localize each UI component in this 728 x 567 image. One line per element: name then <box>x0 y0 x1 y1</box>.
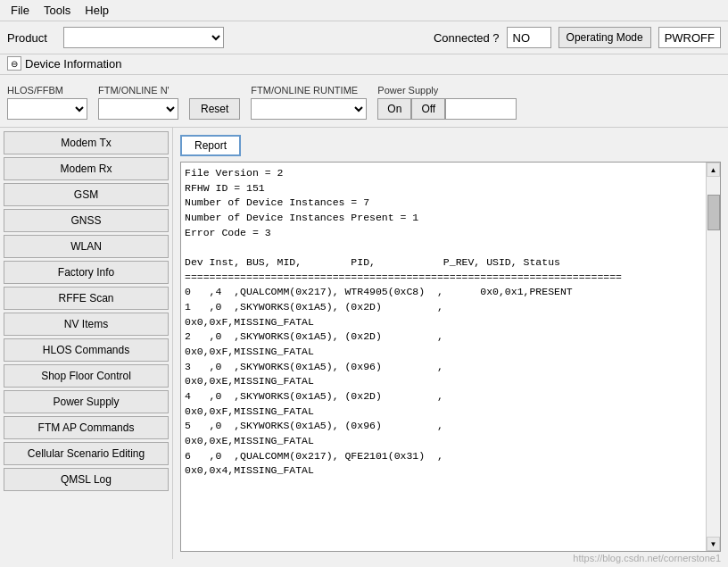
runtime-select[interactable] <box>251 98 367 120</box>
sidebar-gnss[interactable]: GNSS <box>4 209 169 232</box>
text-area-container: File Version = 2 RFHW ID = 151 Number of… <box>180 162 721 552</box>
menu-tools[interactable]: Tools <box>37 2 78 19</box>
scrollbar-thumb[interactable] <box>707 195 720 230</box>
sidebar-wlan[interactable]: WLAN <box>4 235 169 258</box>
power-supply-input[interactable] <box>445 98 517 120</box>
op-mode-value: PWROFF <box>658 27 721 48</box>
sidebar-hlos-commands[interactable]: HLOS Commands <box>4 338 169 362</box>
product-select[interactable] <box>63 27 224 48</box>
scrollbar-track: ▲ ▼ <box>706 163 720 551</box>
ftm-group: FTM/ONLINE N' <box>98 85 178 120</box>
sidebar-ftm-ap-commands[interactable]: FTM AP Commands <box>4 416 169 439</box>
collapse-button[interactable]: ⊖ <box>7 56 21 71</box>
scroll-up-arrow[interactable]: ▲ <box>707 163 720 177</box>
sidebar-gsm[interactable]: GSM <box>4 183 169 206</box>
right-panel: Report File Version = 2 RFHW ID = 151 Nu… <box>173 128 728 559</box>
connected-value: NO <box>507 27 551 48</box>
sidebar-modem-tx[interactable]: Modem Tx <box>4 131 169 154</box>
sidebar-modem-rx[interactable]: Modem Rx <box>4 157 169 180</box>
power-off-button[interactable]: Off <box>411 98 445 120</box>
report-button[interactable]: Report <box>180 135 241 156</box>
sidebar: Modem Tx Modem Rx GSM GNSS WLAN Factory … <box>0 128 173 559</box>
device-info-label: Device Information <box>25 57 121 71</box>
reset-button[interactable]: Reset <box>189 98 240 120</box>
menu-file[interactable]: File <box>4 2 37 19</box>
hlos-label: HLOS/FFBM <box>7 85 87 96</box>
menu-bar: File Tools Help <box>0 0 728 21</box>
sidebar-rffe-scan[interactable]: RFFE Scan <box>4 287 169 310</box>
sidebar-qmsl-log[interactable]: QMSL Log <box>4 468 169 491</box>
main-content: Modem Tx Modem Rx GSM GNSS WLAN Factory … <box>0 128 728 559</box>
runtime-label: FTM/ONLINE RUNTIME <box>251 85 367 96</box>
text-output: File Version = 2 RFHW ID = 151 Number of… <box>181 163 706 551</box>
sidebar-power-supply[interactable]: Power Supply <box>4 390 169 413</box>
hlos-select[interactable] <box>7 98 87 120</box>
sidebar-shop-floor-control[interactable]: Shop Floor Control <box>4 364 169 388</box>
sidebar-nv-items[interactable]: NV Items <box>4 313 169 336</box>
ftm-select[interactable] <box>98 98 178 120</box>
runtime-group: FTM/ONLINE RUNTIME <box>251 85 367 120</box>
scroll-down-arrow[interactable]: ▼ <box>707 537 720 551</box>
toolbar: Product Connected ? NO Operating Mode PW… <box>0 21 728 54</box>
product-label: Product <box>7 31 56 45</box>
ftm-label: FTM/ONLINE N' <box>98 85 178 96</box>
menu-help[interactable]: Help <box>78 2 116 19</box>
sidebar-factory-info[interactable]: Factory Info <box>4 261 169 284</box>
hlos-group: HLOS/FFBM <box>7 85 87 120</box>
power-supply-group: Power Supply On Off <box>377 85 517 120</box>
operating-mode-button[interactable]: Operating Mode <box>558 27 651 48</box>
watermark: https://blog.csdn.net/cornerstone1 <box>573 553 721 563</box>
controls-row: HLOS/FFBM FTM/ONLINE N' Reset FTM/ONLINE… <box>0 75 728 128</box>
sidebar-cellular-scenario[interactable]: Cellular Scenario Editing <box>4 442 169 465</box>
power-on-button[interactable]: On <box>377 98 411 120</box>
device-info-row: ⊖ Device Information <box>0 54 728 75</box>
connected-label: Connected ? <box>434 31 500 45</box>
power-supply-label: Power Supply <box>377 85 517 96</box>
